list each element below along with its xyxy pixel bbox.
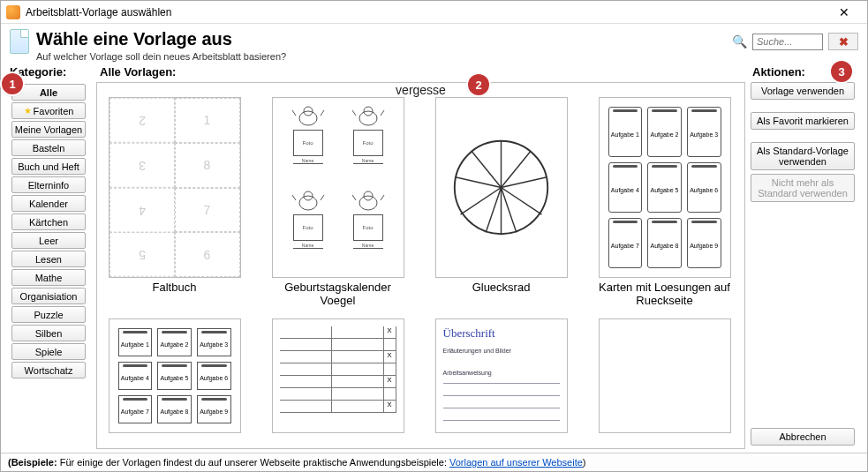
- svg-line-13: [502, 188, 517, 233]
- category-label: Favoriten: [34, 106, 74, 116]
- category-elterninfo[interactable]: Elterninfo: [11, 176, 86, 193]
- foto-label: Foto: [293, 214, 323, 241]
- ueberschrift-title: Überschrift: [443, 326, 560, 341]
- template-faltbuch[interactable]: 21 38 47 56 Faltbuch: [106, 97, 243, 308]
- name-label: Name: [293, 158, 323, 164]
- search-icon: 🔍: [732, 34, 747, 49]
- ueberschrift-task: Arbeitsanweisung: [443, 370, 560, 376]
- star-icon: ★: [24, 106, 32, 116]
- template-blank[interactable]: [596, 318, 733, 433]
- mark-favorite-button[interactable]: Als Favorit markieren: [751, 112, 855, 130]
- categories-heading: Kategorie:: [10, 65, 96, 79]
- card-cell: Aufgabe 2: [647, 107, 682, 157]
- svg-line-12: [502, 188, 542, 215]
- use-template-button[interactable]: Vorlage verwenden: [751, 82, 855, 100]
- category-organisation[interactable]: Organisiation: [11, 288, 86, 304]
- card-cell: Aufgabe 8: [157, 395, 192, 423]
- name-label: Name: [293, 243, 323, 249]
- templates-heading: Alle Vorlagen:: [100, 65, 745, 79]
- category-lesen[interactable]: Lesen: [11, 251, 86, 267]
- clear-search-button[interactable]: ✖: [828, 33, 858, 50]
- card-cell: Aufgabe 3: [687, 107, 721, 157]
- name-label: Name: [353, 243, 383, 249]
- card-cell: Aufgabe 9: [687, 218, 721, 268]
- set-default-button[interactable]: Als Standard-Vorlage verwenden: [751, 142, 855, 170]
- window-title: Arbeitsblatt-Vorlage auswählen: [26, 6, 171, 19]
- footer-link[interactable]: Vorlagen auf unserer Webseite: [449, 457, 583, 468]
- search-input[interactable]: [752, 34, 823, 50]
- app-icon: [6, 5, 20, 19]
- card-cell: Aufgabe 6: [687, 162, 721, 213]
- unset-default-button: Nicht mehr als Standard verwenden: [751, 174, 855, 202]
- category-buch-heft[interactable]: Buch und Heft: [11, 158, 86, 175]
- footer-close: ): [583, 457, 586, 468]
- card-cell: Aufgabe 1: [608, 107, 643, 157]
- annotation-badge-2: 2: [468, 74, 489, 95]
- card-cell: Aufgabe 5: [157, 362, 192, 390]
- category-mathe[interactable]: Mathe: [11, 269, 86, 286]
- page-title: Wähle eine Vorlage aus: [36, 29, 732, 49]
- foto-label: Foto: [353, 214, 383, 241]
- category-kaertchen[interactable]: Kärtchen: [11, 214, 86, 230]
- foto-label: Foto: [293, 130, 323, 156]
- svg-line-15: [461, 188, 502, 215]
- category-kalender[interactable]: Kalender: [11, 195, 86, 212]
- window-titlebar: Arbeitsblatt-Vorlage auswählen ✕: [1, 1, 867, 24]
- svg-point-4: [299, 196, 317, 210]
- category-meine-vorlagen[interactable]: Meine Vorlagen: [11, 121, 86, 138]
- svg-point-2: [359, 111, 377, 125]
- card-cell: Aufgabe 2: [157, 328, 192, 356]
- card-cell: Aufgabe 9: [197, 395, 231, 423]
- category-silben[interactable]: Silben: [11, 325, 86, 341]
- card-cell: Aufgabe 7: [118, 395, 153, 423]
- template-ueberschrift[interactable]: Überschrift Erläuterungen und Bilder Arb…: [433, 318, 570, 433]
- card-cell: Aufgabe 7: [608, 218, 643, 268]
- foto-label: Foto: [353, 130, 383, 156]
- document-icon: [10, 29, 29, 54]
- category-puzzle[interactable]: Puzzle: [11, 306, 86, 323]
- template-gluecksrad[interactable]: Gluecksrad: [433, 97, 570, 308]
- window-close-button[interactable]: ✕: [826, 5, 862, 19]
- card-cell: Aufgabe 3: [197, 328, 231, 356]
- card-cell: Aufgabe 6: [197, 362, 231, 390]
- card-cell: Aufgabe 8: [647, 218, 682, 268]
- card-cell: Aufgabe 1: [118, 328, 153, 356]
- template-geburtstagskalender-voegel[interactable]: FotoName FotoName FotoName FotoName Gebu…: [269, 97, 406, 308]
- template-table[interactable]: X X X X: [269, 318, 406, 433]
- template-label: Faltbuch: [153, 281, 197, 295]
- category-list: Alle ★Favoriten Meine Vorlagen Basteln B…: [8, 84, 96, 378]
- template-label: Gluecksrad: [472, 281, 531, 295]
- name-label: Name: [353, 158, 383, 164]
- category-favoriten[interactable]: ★Favoriten: [11, 102, 86, 119]
- templates-scroll-area[interactable]: vergesse 21 38 47 56 Faltbuch: [96, 82, 745, 449]
- svg-point-0: [299, 111, 317, 125]
- category-basteln[interactable]: Basteln: [11, 139, 86, 156]
- annotation-badge-1: 1: [2, 73, 23, 94]
- card-cell: Aufgabe 4: [118, 362, 153, 390]
- category-wortschatz[interactable]: Wortschatz: [11, 362, 86, 378]
- card-cell: Aufgabe 5: [647, 162, 682, 213]
- svg-point-6: [359, 196, 377, 210]
- actions-heading: Aktionen:: [752, 65, 805, 79]
- cutoff-label: vergesse: [97, 83, 744, 97]
- footer-label: (Beispiele:: [8, 457, 57, 468]
- card-cell: Aufgabe 4: [608, 162, 643, 213]
- template-karten-grid-2[interactable]: Aufgabe 1 Aufgabe 2 Aufgabe 3 Aufgabe 4 …: [106, 318, 243, 433]
- dialog-header: Wähle eine Vorlage aus Auf welcher Vorla…: [1, 24, 867, 64]
- category-spiele[interactable]: Spiele: [11, 343, 86, 360]
- page-subtitle: Auf welcher Vorlage soll dein neues Arbe…: [36, 51, 732, 62]
- footer-text: Für einige der Vorlagen findest du auf u…: [57, 457, 449, 468]
- ueberschrift-sub: Erläuterungen und Bilder: [443, 348, 560, 354]
- category-leer[interactable]: Leer: [11, 232, 86, 249]
- svg-line-14: [486, 188, 501, 233]
- template-label: Karten mit Loesungen auf Rueckseite: [596, 281, 733, 308]
- cancel-button[interactable]: Abbrechen: [751, 428, 855, 446]
- template-label: Geburtstagskalender Voegel: [269, 281, 406, 308]
- footer-note: (Beispiele: Für einige der Vorlagen find…: [1, 453, 867, 471]
- template-karten-loesungen[interactable]: Aufgabe 1 Aufgabe 2 Aufgabe 3 Aufgabe 4 …: [596, 97, 733, 308]
- annotation-badge-3: 3: [831, 61, 852, 82]
